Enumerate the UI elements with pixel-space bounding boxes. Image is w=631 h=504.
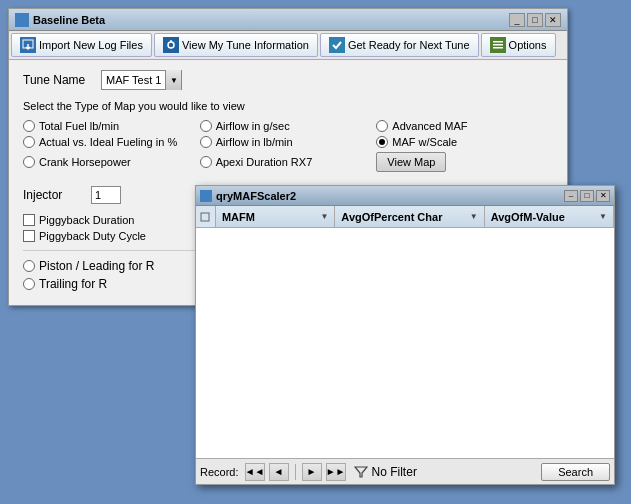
- main-title-controls: _ □ ✕: [509, 13, 561, 27]
- svg-marker-9: [355, 467, 367, 477]
- maximize-button[interactable]: □: [527, 13, 543, 27]
- radio-total-fuel-label: Total Fuel lb/min: [39, 120, 119, 132]
- qry-maf-scaler-window: qryMAFScaler2 – □ ✕ MAFM ▼ AvgOfPercent …: [195, 185, 615, 485]
- col-check-header: [196, 206, 216, 227]
- radio-crank-hp-circle: [23, 156, 35, 168]
- import-log-files-button[interactable]: Import New Log Files: [11, 33, 152, 57]
- data-grid-area: [196, 228, 614, 458]
- radio-airflow-gsec-label: Airflow in g/sec: [216, 120, 290, 132]
- import-icon: [20, 37, 36, 53]
- no-filter-label: No Filter: [372, 465, 417, 479]
- map-type-label: Select the Type of Map you would like to…: [23, 100, 553, 112]
- radio-airflow-lbmin-label: Airflow in lb/min: [216, 136, 293, 148]
- radio-crank-hp[interactable]: Crank Horsepower: [23, 152, 200, 172]
- close-button[interactable]: ✕: [545, 13, 561, 27]
- radio-airflow-lbmin-circle: [200, 136, 212, 148]
- percent-sort-icon: ▼: [470, 212, 478, 221]
- main-title-bar: Baseline Beta _ □ ✕: [9, 9, 567, 31]
- piston-leading-label: Piston / Leading for R: [39, 259, 154, 273]
- radio-actual-ideal-circle: [23, 136, 35, 148]
- radio-apexi-label: Apexi Duration RX7: [216, 156, 313, 168]
- mafm-sort-icon: ▼: [320, 212, 328, 221]
- main-toolbar: Import New Log Files View My Tune Inform…: [9, 31, 567, 60]
- ready-icon: [329, 37, 345, 53]
- col-avgof-header[interactable]: AvgOfM-Value ▼: [485, 206, 614, 227]
- radio-advanced-maf-label: Advanced MAF: [392, 120, 467, 132]
- options-btn-label: Options: [509, 39, 547, 51]
- svg-rect-6: [493, 44, 503, 46]
- minimize-button[interactable]: _: [509, 13, 525, 27]
- main-window-title: Baseline Beta: [33, 14, 105, 26]
- radio-airflow-gsec[interactable]: Airflow in g/sec: [200, 120, 377, 132]
- radio-placeholder: View Map: [376, 152, 553, 172]
- trailing-label: Trailing for R: [39, 277, 107, 291]
- sub-close-button[interactable]: ✕: [596, 190, 610, 202]
- nav-prev-button[interactable]: ◄: [269, 463, 289, 481]
- radio-apexi-circle: [200, 156, 212, 168]
- svg-rect-7: [493, 47, 503, 49]
- view-btn-label: View My Tune Information: [182, 39, 309, 51]
- radio-options-grid: Total Fuel lb/min Airflow in g/sec Advan…: [23, 120, 553, 172]
- radio-airflow-gsec-circle: [200, 120, 212, 132]
- trailing-radio: [23, 278, 35, 290]
- sub-restore-button[interactable]: □: [580, 190, 594, 202]
- import-btn-label: Import New Log Files: [39, 39, 143, 51]
- svg-rect-5: [493, 41, 503, 43]
- radio-advanced-maf[interactable]: Advanced MAF: [376, 120, 553, 132]
- sub-minimize-button[interactable]: –: [564, 190, 578, 202]
- injector-label: Injector: [23, 188, 83, 202]
- radio-maf-scale-label: MAF w/Scale: [392, 136, 457, 148]
- column-headers: MAFM ▼ AvgOfPercent Char ▼ AvgOfM-Value …: [196, 206, 614, 228]
- sub-title-bar: qryMAFScaler2 – □ ✕: [196, 186, 614, 206]
- radio-total-fuel[interactable]: Total Fuel lb/min: [23, 120, 200, 132]
- radio-total-fuel-circle: [23, 120, 35, 132]
- piggyback-duration-label: Piggyback Duration: [39, 214, 134, 226]
- status-bar: Record: ◄◄ ◄ ► ►► No Filter Search: [196, 458, 614, 484]
- search-button[interactable]: Search: [541, 463, 610, 481]
- tune-name-value: MAF Test 1: [102, 73, 165, 87]
- ready-btn-label: Get Ready for Next Tune: [348, 39, 470, 51]
- sub-title-controls: – □ ✕: [564, 190, 610, 202]
- options-button[interactable]: Options: [481, 33, 556, 57]
- col-percent-label: AvgOfPercent Char: [341, 211, 442, 223]
- col-percent-header[interactable]: AvgOfPercent Char ▼: [335, 206, 484, 227]
- radio-actual-ideal[interactable]: Actual vs. Ideal Fueling in %: [23, 136, 200, 148]
- piggyback-duty-box: [23, 230, 35, 242]
- record-label: Record:: [200, 466, 239, 478]
- view-tune-info-button[interactable]: View My Tune Information: [154, 33, 318, 57]
- options-icon: [490, 37, 506, 53]
- radio-advanced-maf-circle: [376, 120, 388, 132]
- sub-window-title: qryMAFScaler2: [216, 190, 296, 202]
- view-icon: [163, 37, 179, 53]
- view-map-button[interactable]: View Map: [376, 152, 446, 172]
- sub-window-icon: [200, 190, 212, 202]
- avgof-sort-icon: ▼: [599, 212, 607, 221]
- tune-name-combo[interactable]: MAF Test 1 ▼: [101, 70, 182, 90]
- nav-last-button[interactable]: ►►: [326, 463, 346, 481]
- radio-crank-hp-label: Crank Horsepower: [39, 156, 131, 168]
- col-mafm-label: MAFM: [222, 211, 255, 223]
- tune-combo-dropdown-btn[interactable]: ▼: [165, 70, 181, 90]
- tune-name-label: Tune Name: [23, 73, 93, 87]
- nav-first-button[interactable]: ◄◄: [245, 463, 265, 481]
- nav-separator: [295, 464, 296, 480]
- piggyback-duty-label: Piggyback Duty Cycle: [39, 230, 146, 242]
- col-avgof-label: AvgOfM-Value: [491, 211, 565, 223]
- radio-apexi-duration[interactable]: Apexi Duration RX7: [200, 152, 377, 172]
- filter-icon: [354, 465, 368, 479]
- radio-maf-scale-circle: [376, 136, 388, 148]
- radio-airflow-lbmin[interactable]: Airflow in lb/min: [200, 136, 377, 148]
- piston-leading-radio: [23, 260, 35, 272]
- radio-actual-ideal-label: Actual vs. Ideal Fueling in %: [39, 136, 177, 148]
- radio-maf-scale[interactable]: MAF w/Scale: [376, 136, 553, 148]
- piggyback-duration-box: [23, 214, 35, 226]
- get-ready-button[interactable]: Get Ready for Next Tune: [320, 33, 479, 57]
- svg-rect-8: [201, 213, 209, 221]
- tune-name-row: Tune Name MAF Test 1 ▼: [23, 70, 553, 90]
- injector-input[interactable]: [91, 186, 121, 204]
- nav-next-button[interactable]: ►: [302, 463, 322, 481]
- col-mafm-header[interactable]: MAFM ▼: [216, 206, 335, 227]
- filter-area: No Filter: [354, 465, 417, 479]
- main-window-icon: [15, 13, 29, 27]
